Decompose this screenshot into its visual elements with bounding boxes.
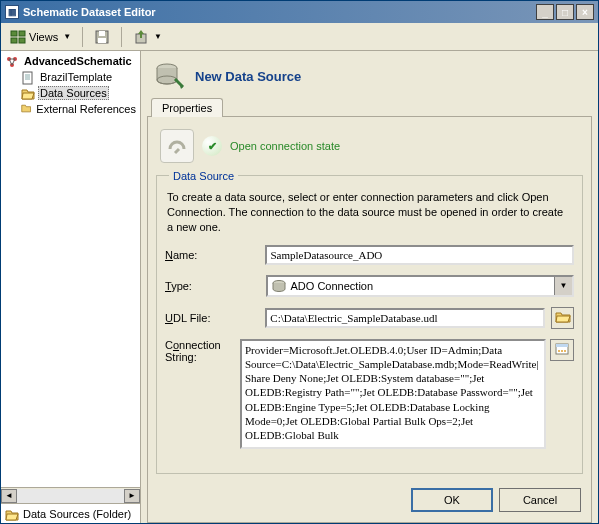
scroll-left-button[interactable]: ◄ bbox=[1, 489, 17, 503]
tab-properties[interactable]: Properties bbox=[151, 98, 223, 117]
save-button[interactable] bbox=[89, 26, 115, 48]
chevron-down-icon: ▼ bbox=[63, 32, 71, 41]
chevron-down-icon: ▼ bbox=[154, 32, 162, 41]
svg-rect-22 bbox=[556, 344, 568, 347]
svg-rect-3 bbox=[19, 38, 25, 43]
close-button[interactable]: × bbox=[576, 4, 594, 20]
scroll-track[interactable] bbox=[17, 489, 124, 503]
tree-pane: AdvancedSchematic BrazilTemplate Data So… bbox=[1, 51, 141, 523]
tree-hscrollbar[interactable]: ◄ ► bbox=[1, 487, 140, 503]
svg-point-25 bbox=[564, 350, 566, 352]
connection-state-row: ✔ Open connection state bbox=[156, 125, 583, 167]
import-icon bbox=[133, 29, 149, 45]
status-bar: Data Sources (Folder) bbox=[1, 503, 140, 523]
svg-point-24 bbox=[561, 350, 563, 352]
views-menu-button[interactable]: Views ▼ bbox=[5, 26, 76, 48]
tree-item-datasources[interactable]: Data Sources bbox=[3, 85, 138, 101]
app-window: ▦ Schematic Dataset Editor _ □ × Views ▼ bbox=[0, 0, 599, 524]
window-title: Schematic Dataset Editor bbox=[23, 6, 536, 18]
tree-root-label: AdvancedSchematic bbox=[22, 55, 134, 67]
help-text: To create a data source, select or enter… bbox=[167, 190, 572, 235]
svg-rect-5 bbox=[99, 31, 105, 36]
build-connstr-button[interactable] bbox=[550, 339, 574, 361]
scroll-right-button[interactable]: ► bbox=[124, 489, 140, 503]
maximize-button[interactable]: □ bbox=[556, 4, 574, 20]
tab-body: ✔ Open connection state Data Source To c… bbox=[147, 117, 592, 523]
import-button[interactable]: ▼ bbox=[128, 26, 167, 48]
toolbar-divider bbox=[82, 27, 83, 47]
tree-root[interactable]: AdvancedSchematic bbox=[3, 53, 138, 69]
folder-open-icon bbox=[21, 87, 35, 99]
connection-state-text: Open connection state bbox=[230, 140, 340, 152]
udl-input[interactable] bbox=[265, 308, 545, 328]
svg-rect-1 bbox=[19, 31, 25, 36]
group-legend: Data Source bbox=[169, 170, 238, 182]
page-title: New Data Source bbox=[195, 69, 301, 84]
name-label: Name: bbox=[165, 249, 259, 261]
status-text: Data Sources (Folder) bbox=[23, 508, 131, 520]
content-header: New Data Source bbox=[147, 57, 592, 97]
datasource-group: Data Source To create a data source, sel… bbox=[156, 175, 583, 474]
toolbar: Views ▼ ▼ bbox=[1, 23, 598, 51]
tree-item-label: External References bbox=[34, 103, 138, 115]
svg-rect-0 bbox=[11, 31, 17, 36]
connstr-textarea[interactable] bbox=[240, 339, 546, 449]
udl-label: UDL File: bbox=[165, 312, 259, 324]
views-icon bbox=[10, 29, 26, 45]
toolbar-divider bbox=[121, 27, 122, 47]
tree-item-externalrefs[interactable]: External References bbox=[3, 101, 138, 117]
svg-point-23 bbox=[558, 350, 560, 352]
template-icon bbox=[21, 71, 35, 83]
type-value: ADO Connection bbox=[291, 280, 554, 292]
toggle-connection-button[interactable] bbox=[160, 129, 194, 163]
type-label: Type: bbox=[165, 280, 260, 292]
tree-item-label: BrazilTemplate bbox=[38, 71, 114, 83]
browse-udl-button[interactable] bbox=[551, 307, 574, 329]
schematic-dataset-icon bbox=[5, 55, 19, 67]
save-icon bbox=[94, 29, 110, 45]
folder-icon bbox=[21, 103, 31, 115]
svg-rect-6 bbox=[98, 38, 106, 43]
connection-toggle-icon bbox=[166, 135, 188, 157]
content-pane: New Data Source Properties ✔ Open connec… bbox=[141, 51, 598, 523]
tree: AdvancedSchematic BrazilTemplate Data So… bbox=[1, 51, 140, 487]
views-label: Views bbox=[29, 31, 58, 43]
svg-rect-14 bbox=[23, 72, 32, 84]
wizard-icon bbox=[554, 341, 570, 359]
ado-icon bbox=[271, 279, 287, 293]
tree-item-braziltemplate[interactable]: BrazilTemplate bbox=[3, 69, 138, 85]
tree-item-label: Data Sources bbox=[38, 86, 109, 100]
tabstrip: Properties bbox=[147, 97, 592, 117]
titlebar: ▦ Schematic Dataset Editor _ □ × bbox=[1, 1, 598, 23]
chevron-down-icon[interactable]: ▼ bbox=[554, 277, 572, 295]
cancel-button[interactable]: Cancel bbox=[499, 488, 581, 512]
name-input[interactable] bbox=[265, 245, 574, 265]
connstr-label: Connection String: bbox=[165, 339, 234, 363]
svg-rect-2 bbox=[11, 38, 17, 43]
minimize-button[interactable]: _ bbox=[536, 4, 554, 20]
app-icon: ▦ bbox=[5, 5, 19, 19]
folder-open-icon bbox=[555, 310, 571, 326]
ok-button[interactable]: OK bbox=[411, 488, 493, 512]
datasource-icon bbox=[153, 61, 185, 91]
dialog-buttons: OK Cancel bbox=[156, 482, 583, 514]
check-circle-icon: ✔ bbox=[202, 136, 222, 156]
folder-open-icon bbox=[5, 508, 19, 520]
type-select[interactable]: ADO Connection ▼ bbox=[266, 275, 574, 297]
